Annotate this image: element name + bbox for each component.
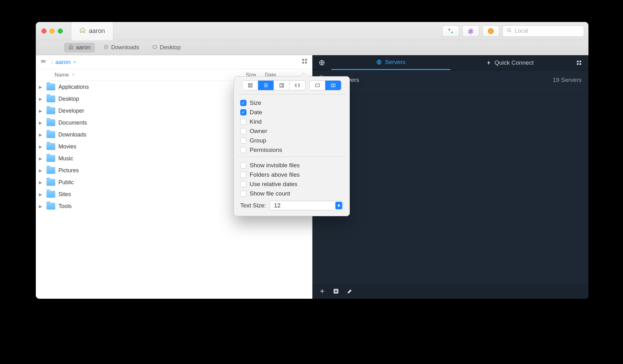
disclosure-triangle-icon[interactable]: ▶ <box>39 192 46 197</box>
sort-ascending-icon <box>71 72 75 77</box>
popover-divider <box>238 157 346 157</box>
checkbox[interactable] <box>240 162 246 169</box>
checkbox-label: Permissions <box>250 147 282 153</box>
app-window: aaron aaron <box>36 22 588 299</box>
list-view-button[interactable] <box>258 81 274 90</box>
column-checkbox-row[interactable]: Owner <box>238 126 346 136</box>
view-options-button[interactable] <box>301 58 308 66</box>
checkbox[interactable] <box>240 190 246 197</box>
chevron-down-icon <box>73 60 77 64</box>
breadcrumb-current[interactable]: aaron <box>55 59 77 66</box>
svg-rect-14 <box>577 61 578 62</box>
column-checkboxes: ✓Size✓DateKindOwnerGroupPermissions <box>238 98 346 155</box>
window-tab[interactable]: aaron <box>71 22 113 40</box>
checkbox[interactable]: ✓ <box>240 109 246 115</box>
column-checkbox-row[interactable]: Kind <box>238 117 346 126</box>
disclosure-triangle-icon[interactable]: ▶ <box>39 97 46 101</box>
view-mode-group-1 <box>242 80 306 90</box>
remote-footer <box>312 284 589 299</box>
download-icon <box>104 45 109 51</box>
tab-servers[interactable]: Servers <box>331 55 451 70</box>
single-pane-button[interactable] <box>310 81 325 90</box>
dual-pane-button[interactable] <box>325 81 341 90</box>
location-tab-downloads[interactable]: Downloads <box>99 43 144 52</box>
disclosure-triangle-icon[interactable]: ▶ <box>39 204 46 209</box>
coverflow-view-button[interactable] <box>290 81 305 90</box>
info-button[interactable] <box>482 25 499 37</box>
checkbox-label: Folders above files <box>250 171 300 178</box>
checkbox[interactable] <box>240 128 246 134</box>
option-checkbox-row[interactable]: Use relative dates <box>238 179 346 189</box>
tab-quick-connect[interactable]: Quick Connect <box>450 55 570 70</box>
disclosure-triangle-icon[interactable]: ▶ <box>39 168 46 173</box>
checkbox[interactable] <box>240 119 246 125</box>
option-checkbox-row[interactable]: Show invisible files <box>238 161 346 170</box>
sync-button[interactable] <box>442 25 459 37</box>
folder-icon <box>46 143 55 150</box>
text-size-value: 12 <box>274 202 280 209</box>
checkbox[interactable] <box>240 181 246 187</box>
add-button[interactable] <box>318 287 326 295</box>
option-checkbox-row[interactable]: Folders above files <box>238 170 346 179</box>
disclosure-triangle-icon[interactable]: ▶ <box>39 180 46 185</box>
file-name: Music <box>58 155 227 162</box>
option-checkbox-row[interactable]: Show file count <box>238 189 346 198</box>
text-size-select[interactable]: 12 <box>270 201 343 210</box>
grid-button[interactable] <box>570 55 588 70</box>
svg-rect-9 <box>305 59 307 61</box>
svg-rect-11 <box>305 62 307 63</box>
location-tab-label: aaron <box>76 44 90 51</box>
location-tab-desktop[interactable]: Desktop <box>148 43 185 52</box>
minimize-window-button[interactable] <box>50 29 55 34</box>
column-name[interactable]: Name <box>55 72 227 78</box>
disk-icon[interactable] <box>40 58 46 66</box>
svg-rect-16 <box>577 63 578 65</box>
disclosure-triangle-icon[interactable]: ▶ <box>39 132 46 137</box>
folder-icon <box>46 203 55 210</box>
checkbox[interactable] <box>240 172 246 178</box>
file-name: Applications <box>58 84 227 90</box>
disclosure-triangle-icon[interactable]: ▶ <box>39 156 46 161</box>
disclosure-triangle-icon[interactable]: ▶ <box>39 144 46 149</box>
checkbox-label: Date <box>250 109 262 116</box>
svg-rect-23 <box>280 83 284 87</box>
disclosure-triangle-icon[interactable]: ▶ <box>39 109 46 113</box>
checkbox-label: Show file count <box>250 190 290 197</box>
svg-point-3 <box>507 29 510 31</box>
search-field[interactable] <box>502 25 584 37</box>
location-tab-aaron[interactable]: aaron <box>64 43 95 52</box>
file-name: Sites <box>58 191 227 198</box>
checkbox[interactable] <box>240 147 246 153</box>
column-checkbox-row[interactable]: Group <box>238 136 346 145</box>
folder-icon <box>46 107 55 114</box>
view-mode-segments <box>238 80 346 90</box>
servers-row[interactable]: d Servers 19 Servers <box>312 70 589 90</box>
disclosure-triangle-icon[interactable]: ▶ <box>39 85 46 89</box>
history-row[interactable]: y <box>312 90 589 104</box>
file-name: Tools <box>58 203 227 210</box>
column-view-button[interactable] <box>274 81 290 90</box>
folder-icon <box>46 191 55 198</box>
svg-rect-19 <box>248 83 250 85</box>
edit-button[interactable] <box>346 287 354 295</box>
view-options-popover: ✓Size✓DateKindOwnerGroupPermissions Show… <box>234 76 350 216</box>
search-input[interactable] <box>515 28 580 34</box>
activity-button[interactable] <box>462 25 479 37</box>
folder-icon <box>46 167 55 174</box>
disclosure-triangle-icon[interactable]: ▶ <box>39 120 46 125</box>
zoom-window-button[interactable] <box>58 29 63 34</box>
svg-rect-10 <box>302 62 304 63</box>
text-size-label: Text Size: <box>240 202 266 209</box>
new-folder-button[interactable] <box>332 287 340 295</box>
column-checkbox-row[interactable]: Permissions <box>238 145 346 155</box>
checkbox[interactable]: ✓ <box>240 100 246 106</box>
column-checkbox-row[interactable]: ✓Date <box>238 108 346 117</box>
column-checkbox-row[interactable]: ✓Size <box>238 98 346 108</box>
checkbox-label: Use relative dates <box>250 181 297 188</box>
icon-view-button[interactable] <box>242 81 258 90</box>
svg-rect-17 <box>580 63 581 65</box>
close-window-button[interactable] <box>41 29 46 34</box>
checkbox[interactable] <box>240 137 246 144</box>
servers-count: 19 Servers <box>553 77 582 83</box>
globe-button[interactable] <box>312 55 331 70</box>
